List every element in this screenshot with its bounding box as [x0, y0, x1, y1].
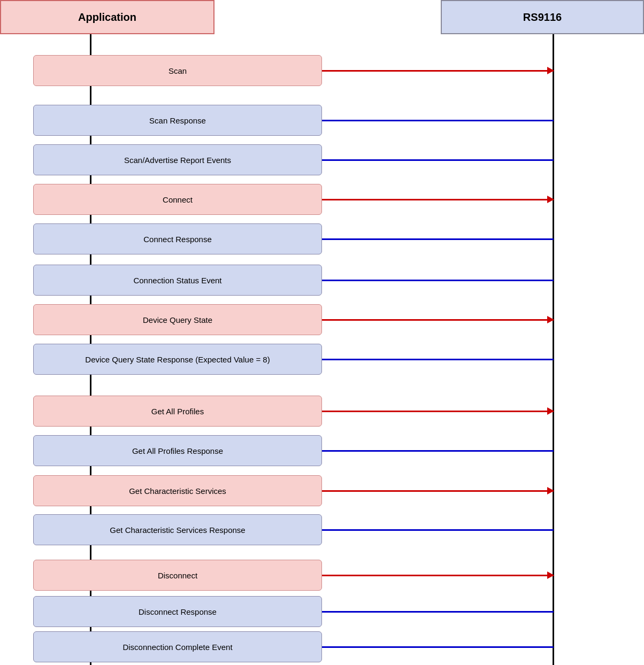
- message-row-scan: Scan: [0, 53, 644, 88]
- message-row-scan-advertise: Scan/Advertise Report Events: [0, 143, 644, 177]
- message-row-disconnection-complete: Disconnection Complete Event: [0, 630, 644, 664]
- arrowhead-right-get-all-profiles: [547, 407, 554, 415]
- diagram-container: Application RS9116 ScanScan ResponseScan…: [0, 0, 644, 665]
- message-row-connect-response: Connect Response: [0, 222, 644, 256]
- header-rs9116: RS9116: [441, 0, 644, 34]
- msg-box-scan-advertise: Scan/Advertise Report Events: [33, 144, 322, 175]
- msg-box-scan-response: Scan Response: [33, 105, 322, 136]
- arrowhead-right-disconnect: [547, 571, 554, 579]
- msg-box-get-characteristic-services-response: Get Characteristic Services Response: [33, 514, 322, 545]
- arrowhead-right-connect: [547, 196, 554, 203]
- message-row-device-query-state: Device Query State: [0, 303, 644, 337]
- msg-box-scan: Scan: [33, 55, 322, 86]
- msg-box-disconnect-response: Disconnect Response: [33, 596, 322, 627]
- msg-box-device-query-state-response: Device Query State Response (Expected Va…: [33, 344, 322, 375]
- arrowhead-right-scan: [547, 67, 554, 74]
- msg-box-disconnection-complete: Disconnection Complete Event: [33, 631, 322, 662]
- message-row-connect: Connect: [0, 182, 644, 216]
- message-row-connection-status: Connection Status Event: [0, 263, 644, 297]
- msg-box-connect: Connect: [33, 184, 322, 215]
- message-row-get-characteristic-services-response: Get Characteristic Services Response: [0, 513, 644, 547]
- message-row-get-all-profiles-response: Get All Profiles Response: [0, 434, 644, 468]
- message-row-get-all-profiles: Get All Profiles: [0, 394, 644, 428]
- arrowhead-right-get-characteristic-services: [547, 487, 554, 494]
- header-application: Application: [0, 0, 214, 34]
- arrowhead-right-device-query-state: [547, 316, 554, 323]
- message-row-disconnect-response: Disconnect Response: [0, 594, 644, 629]
- msg-box-connection-status: Connection Status Event: [33, 265, 322, 296]
- message-row-get-characteristic-services: Get Characteristic Services: [0, 474, 644, 508]
- message-row-device-query-state-response: Device Query State Response (Expected Va…: [0, 342, 644, 376]
- message-row-disconnect: Disconnect: [0, 558, 644, 592]
- message-row-scan-response: Scan Response: [0, 103, 644, 137]
- msg-box-get-all-profiles: Get All Profiles: [33, 396, 322, 427]
- msg-box-connect-response: Connect Response: [33, 223, 322, 254]
- header-application-label: Application: [78, 11, 136, 24]
- msg-box-device-query-state: Device Query State: [33, 304, 322, 335]
- msg-box-get-characteristic-services: Get Characteristic Services: [33, 475, 322, 506]
- msg-box-disconnect: Disconnect: [33, 560, 322, 591]
- header-rs9116-label: RS9116: [523, 11, 562, 24]
- msg-box-get-all-profiles-response: Get All Profiles Response: [33, 435, 322, 466]
